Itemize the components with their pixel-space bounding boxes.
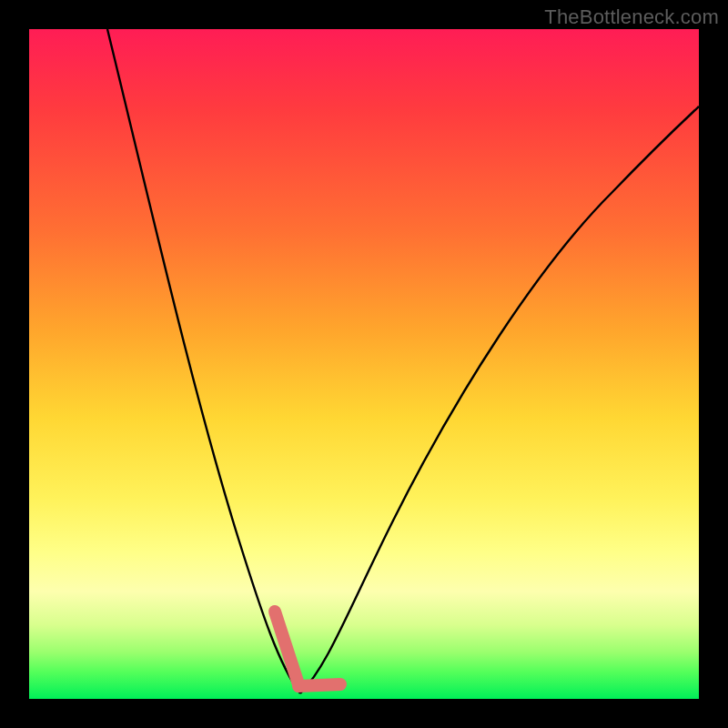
curve-right-branch xyxy=(300,106,699,693)
plot-area xyxy=(29,29,699,699)
watermark-text: TheBottleneck.com xyxy=(544,5,719,29)
chart-frame: TheBottleneck.com xyxy=(0,0,728,728)
curve-left-branch xyxy=(107,29,300,693)
curves-svg xyxy=(29,29,699,699)
